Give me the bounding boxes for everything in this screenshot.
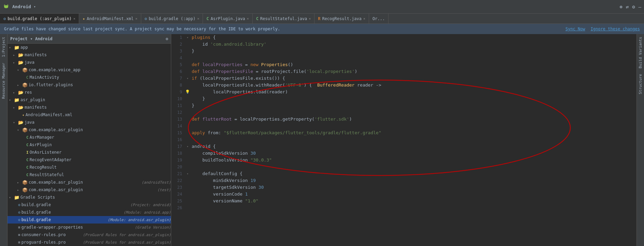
tab-close-icon[interactable]: ✕ <box>363 17 365 20</box>
line-number: 12 <box>171 109 185 116</box>
code-line: 25 versionName "1.0" <box>171 198 636 204</box>
tree-item[interactable]: 📂 java <box>8 59 171 66</box>
code-text: plugins { <box>190 34 636 41</box>
fold-arrow[interactable]: ▾ <box>185 75 190 82</box>
tree-item[interactable]: C MainActivity <box>8 74 171 81</box>
tab-close-icon[interactable]: ✕ <box>135 17 137 20</box>
ignore-changes-link[interactable]: Ignore these changes <box>591 27 640 31</box>
tab-more[interactable]: Or... <box>369 14 389 24</box>
line-number: 2 <box>171 41 185 48</box>
tree-item[interactable]: C AsrManager <box>8 134 171 141</box>
code-text: compileSdkVersion 30 <box>190 150 636 157</box>
gradle-icon: ⚙ <box>3 16 6 21</box>
tree-item[interactable]: 📂 res <box>8 89 171 96</box>
project-dropdown-arrow[interactable]: ▾ <box>34 5 36 9</box>
tree-item[interactable]: C ResultStateful <box>8 171 171 179</box>
tree-item[interactable]: C AsrPlugin <box>8 141 171 149</box>
tree-item[interactable]: 📦 com.example.asr_plugin (test) <box>8 186 171 194</box>
sync-icon[interactable]: ⇄ <box>626 4 629 10</box>
panel-icon-cog[interactable]: ⚙ <box>166 36 168 41</box>
minimize-icon[interactable]: – <box>639 4 641 10</box>
tree-item[interactable]: 📁 Gradle Scripts <box>8 194 171 201</box>
code-text: versionCode 1 <box>190 191 636 198</box>
item-label: RecogResult <box>30 165 171 170</box>
tree-item[interactable]: ⚙ build.gradle (Project: android) <box>8 201 171 209</box>
code-line: 18 compileSdkVersion 30 <box>171 150 636 157</box>
tab-result-stateful-java[interactable]: C ResultStateful.java ✕ <box>253 14 315 24</box>
code-line: 9 💡 localProperties.load(reader) <box>171 89 636 95</box>
tree-arrow <box>9 98 13 102</box>
tab-close-icon[interactable]: ✕ <box>73 17 75 20</box>
structure-side-tab[interactable]: Structure <box>637 71 644 97</box>
tree-arrow <box>9 46 13 49</box>
tree-item[interactable]: 📁 asr_plugin <box>8 96 171 104</box>
line-number: 3 <box>171 48 185 55</box>
line-number: 19 <box>171 157 185 164</box>
settings-icon[interactable]: ⚙ <box>632 4 635 10</box>
tree-item[interactable]: C RecogEventAdapter <box>8 156 171 164</box>
build-variants-side-tab[interactable]: Build Variants <box>637 34 644 71</box>
item-sublabel: (androidTest) <box>142 180 171 185</box>
tab-asr-plugin-java[interactable]: C AsrPlugin.java ✕ <box>203 14 252 24</box>
code-text: if (localPropertiesFile.exists()) { <box>190 75 636 82</box>
warning-icon[interactable]: 💡 <box>185 89 190 95</box>
top-bar-left: Android ▾ <box>3 3 36 10</box>
code-line: 15 apply from: "$flutterRoot/packages/fl… <box>171 129 636 136</box>
tree-arrow <box>13 106 17 109</box>
tree-item[interactable]: 📁 app <box>8 44 171 51</box>
tab-close-icon[interactable]: ✕ <box>197 17 199 20</box>
code-editor[interactable]: 1 ▾ plugins { 2 id 'com.android.library'… <box>171 34 636 246</box>
item-label: res <box>25 90 171 95</box>
item-label: com.example.voice_app <box>29 67 171 72</box>
tree-arrow <box>13 61 17 64</box>
tree-item[interactable]: ⚙ build.gradle (Module: android.app) <box>8 209 171 216</box>
tree-item[interactable]: 📂 manifests <box>8 51 171 59</box>
tab-close-icon[interactable]: ✕ <box>247 17 249 20</box>
tree-item[interactable]: 📂 java <box>8 119 171 126</box>
code-text: localPropertiesFile.withReader('UTF-8') … <box>190 82 636 89</box>
item-sublabel: (ProGuard Rules for android.asr_plugin) <box>83 240 171 245</box>
item-label: app <box>20 45 171 50</box>
item-label: java <box>25 120 171 125</box>
code-text: localProperties.load(reader) <box>190 89 636 95</box>
tree-item[interactable]: 📦 com.example.asr_plugin (androidTest) <box>8 179 171 186</box>
code-line: 22 minSdkVersion 19 <box>171 177 636 184</box>
fold-arrow[interactable]: ▾ <box>185 143 190 150</box>
tree-item[interactable]: 📦 com.example.voice_app <box>8 66 171 74</box>
tree-item[interactable]: ≡ consumer-rules.pro (ProGuard Rules for… <box>8 231 171 239</box>
folder-icon: 📂 <box>18 120 24 125</box>
fold-arrow[interactable]: ▾ <box>185 170 190 177</box>
tab-build-gradle-asr[interactable]: ⚙ build.gradle (:asr_plugin) ✕ <box>0 14 79 24</box>
code-line: 3 } <box>171 48 636 55</box>
item-label: build.gradle <box>21 210 121 215</box>
folder-icon: 📁 <box>14 97 19 103</box>
tab-recog-result-java[interactable]: R RecogResult.java ✕ <box>314 14 369 24</box>
android-label: ▾ Android <box>30 36 53 41</box>
sync-now-link[interactable]: Sync Now <box>566 27 585 31</box>
tree-item[interactable]: I OnAsrListener <box>8 149 171 156</box>
globe-icon[interactable]: ⊕ <box>619 4 622 10</box>
tab-close-icon[interactable]: ✕ <box>309 17 311 20</box>
fold-arrow[interactable]: ▾ <box>185 34 190 41</box>
panel-icons: ⚙ <box>166 36 168 41</box>
line-number: 16 <box>171 136 185 143</box>
tree-item[interactable]: ≡ proguard-rules.pro (ProGuard Rules for… <box>8 239 171 246</box>
tree-item[interactable]: 📦 com.example.asr_plugin <box>8 126 171 134</box>
java-c-icon: C <box>256 16 259 21</box>
project-side-tab[interactable]: 1:Project <box>0 34 7 60</box>
tree-item[interactable]: 📦 io.flutter.plugins <box>8 81 171 89</box>
java-r-icon: R <box>318 16 320 21</box>
folder-icon: 📦 <box>22 82 28 88</box>
tree-item[interactable]: C RecogResult <box>8 164 171 171</box>
tab-android-manifest[interactable]: ✦ AndroidManifest.xml ✕ <box>79 14 141 24</box>
tree-item[interactable]: ⚙ build.gradle (Module: android.asr_plug… <box>8 216 171 224</box>
resource-manager-side-tab[interactable]: Resource Manager <box>0 60 7 102</box>
code-line: 7 ▾ if (localPropertiesFile.exists()) { <box>171 75 636 82</box>
gradle-icon: ⚙ <box>145 16 147 21</box>
tree-item[interactable]: 📂 manifests <box>8 104 171 111</box>
tree-item[interactable]: ✦ AndroidManifest.xml <box>8 111 171 119</box>
side-panel-tabs-right: Build Variants Structure <box>636 34 644 246</box>
tree-item[interactable]: ≡ gradle-wrapper.properties (Gradle Vers… <box>8 224 171 231</box>
tab-build-gradle-app[interactable]: ⚙ build.gradle (:app) ✕ <box>141 14 203 24</box>
panel-title: Project <box>10 36 28 41</box>
